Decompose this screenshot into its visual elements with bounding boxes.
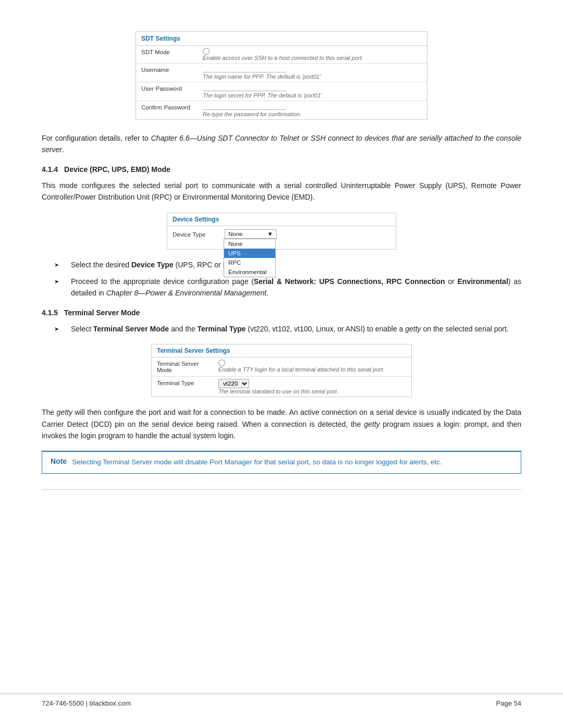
ts-mode-hint: Enable a TTY login for a local terminal … bbox=[218, 366, 407, 373]
sdt-settings-title: SDT Settings bbox=[136, 32, 427, 46]
footer-page-num: Page 54 bbox=[496, 699, 521, 707]
device-type-value: None ▼ None UPS RPC Environmental le. bbox=[225, 229, 390, 246]
device-type-bold: Device Type bbox=[131, 261, 174, 269]
ts-mode-value: Enable a TTY login for a local terminal … bbox=[214, 357, 411, 375]
user-password-input[interactable] bbox=[203, 84, 286, 91]
user-password-row: User Password The login secret for PPP. … bbox=[136, 82, 427, 101]
sdt-mode-value: Enable access over SSH to a host connect… bbox=[199, 46, 427, 63]
ts-mode-row: Terminal Server Mode Enable a TTY login … bbox=[152, 357, 411, 377]
confirm-password-row: Confirm Password Re-type the password fo… bbox=[136, 101, 427, 119]
user-password-value: The login secret for PPP. The default is… bbox=[199, 82, 427, 101]
sdt-mode-radio[interactable] bbox=[203, 48, 210, 55]
username-value: The login name for PPP. The default is '… bbox=[199, 64, 427, 82]
terminal-type-bold: Terminal Type bbox=[198, 325, 246, 333]
bullets-414: Select the desired Device Type (UPS, RPC… bbox=[63, 259, 521, 299]
note-label: Note bbox=[51, 457, 67, 467]
footer-contact: 724-746-5500 | blackbox.com bbox=[42, 699, 131, 707]
username-input[interactable] bbox=[203, 66, 286, 72]
username-hint: The login name for PPP. The default is '… bbox=[203, 73, 423, 80]
sdt-mode-hint: Enable access over SSH to a host connect… bbox=[203, 55, 423, 61]
user-password-label: User Password bbox=[136, 82, 199, 101]
confirm-password-hint: Re-type the password for confirmation. bbox=[203, 111, 423, 117]
device-option-none[interactable]: None bbox=[224, 239, 275, 249]
section-414-body: This mode configures the selected serial… bbox=[42, 180, 521, 203]
device-settings-panel: Device Settings Device Type None ▼ None … bbox=[167, 213, 396, 250]
device-type-label: Device Type bbox=[173, 229, 225, 238]
bullet-414-1: Select the desired Device Type (UPS, RPC… bbox=[63, 259, 521, 270]
device-type-menu: None UPS RPC Environmental bbox=[224, 239, 276, 277]
sdt-settings-panel: SDT Settings SDT Mode Enable access over… bbox=[136, 31, 427, 120]
ts-type-hint: The terminal standard to use on this ser… bbox=[218, 388, 407, 394]
page-footer: 724-746-5500 | blackbox.com Page 54 bbox=[0, 694, 563, 707]
environmental-bold: Environmental bbox=[458, 277, 508, 286]
ts-type-row: Terminal Type vt220 vt102 vt100 Linux AN… bbox=[152, 377, 411, 397]
chapter8-italic: Chapter 8—Power & Environmental Manageme… bbox=[106, 289, 268, 297]
section-415-num: 4.1.5 bbox=[42, 309, 58, 317]
ts-settings-title: Terminal Server Settings bbox=[152, 344, 411, 357]
sdt-mode-label: SDT Mode bbox=[136, 46, 199, 63]
terminal-server-mode-bold: Terminal Server Mode bbox=[93, 325, 169, 333]
bullets-415: Select Terminal Server Mode and the Term… bbox=[63, 323, 521, 335]
confirm-password-input[interactable] bbox=[203, 103, 286, 110]
section-415-title: Terminal Server Mode bbox=[64, 309, 140, 317]
device-settings-title: Device Settings bbox=[167, 213, 396, 226]
device-type-dropdown[interactable]: None ▼ bbox=[225, 229, 277, 239]
terminal-server-settings-panel: Terminal Server Settings Terminal Server… bbox=[151, 344, 412, 397]
page-divider bbox=[42, 489, 521, 490]
device-type-row: Device Type None ▼ None UPS RPC Environm… bbox=[167, 226, 396, 249]
sdt-mode-row: SDT Mode Enable access over SSH to a hos… bbox=[136, 46, 427, 64]
section-415-heading: 4.1.5 Terminal Server Mode bbox=[42, 309, 521, 317]
device-type-selected: None bbox=[228, 231, 243, 237]
confirm-password-label: Confirm Password bbox=[136, 101, 199, 119]
getty-italic: getty bbox=[405, 325, 421, 333]
ts-mode-label: Terminal Server Mode bbox=[152, 357, 214, 376]
device-option-environmental[interactable]: Environmental bbox=[224, 267, 275, 277]
confirm-password-value: Re-type the password for confirmation. bbox=[199, 101, 427, 119]
device-option-ups[interactable]: UPS bbox=[224, 249, 275, 258]
device-option-rpc[interactable]: RPC bbox=[224, 258, 275, 267]
user-password-hint: The login secret for PPP. The default is… bbox=[203, 92, 423, 98]
section-414-heading: 4.1.4 Device (RPC, UPS, EMD) Mode bbox=[42, 165, 521, 174]
bullet-414-2: Proceed to the appropriate device config… bbox=[63, 276, 521, 299]
note-content: Selecting Terminal Server mode will disa… bbox=[72, 457, 442, 467]
ts-type-value: vt220 vt102 vt100 Linux ANSI The termina… bbox=[214, 377, 411, 397]
ts-type-label: Terminal Type bbox=[152, 377, 214, 389]
section-414-num: 4.1.4 bbox=[42, 165, 58, 174]
ts-type-select[interactable]: vt220 vt102 vt100 Linux ANSI bbox=[218, 379, 249, 388]
serial-network-bold: Serial & Network: UPS Connections, RPC C… bbox=[254, 277, 445, 286]
bullet-415-1: Select Terminal Server Mode and the Term… bbox=[63, 323, 521, 335]
ts-mode-radio[interactable] bbox=[218, 360, 225, 366]
para-getty: The getty will then configure the port a… bbox=[42, 406, 521, 441]
username-label: Username bbox=[136, 64, 199, 82]
note-box: Note Selecting Terminal Server mode will… bbox=[42, 451, 521, 473]
username-row: Username The login name for PPP. The def… bbox=[136, 64, 427, 82]
section-414-title: Device (RPC, UPS, EMD) Mode bbox=[64, 165, 170, 174]
para-sdt: For configuration details, refer to Chap… bbox=[42, 132, 521, 156]
dropdown-arrow-icon: ▼ bbox=[267, 231, 273, 237]
